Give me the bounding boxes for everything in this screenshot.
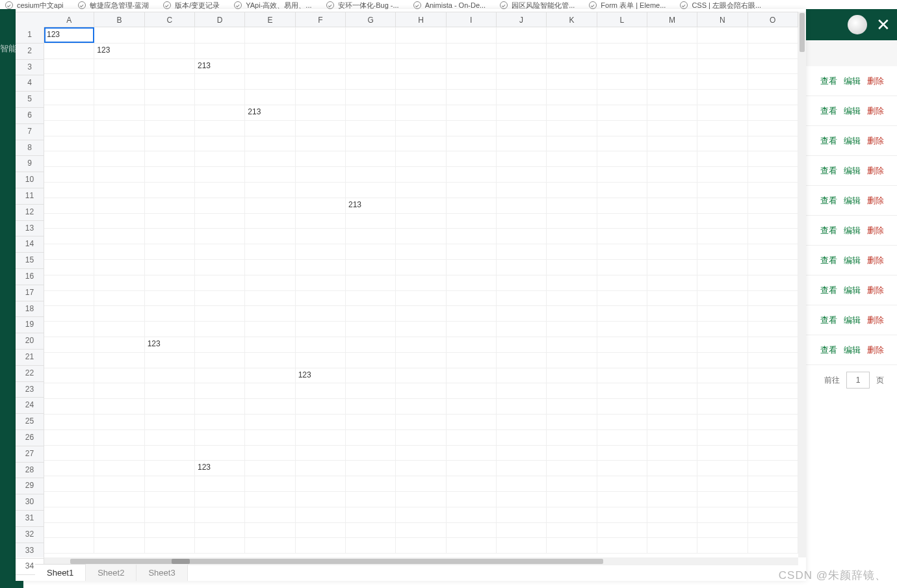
- bookmark-refresh-icon: [78, 1, 86, 9]
- bookmark-refresh-icon: [163, 1, 171, 9]
- bookmark-refresh-icon: [413, 1, 421, 9]
- bookmark-refresh-icon: [326, 1, 334, 9]
- bookmark-refresh-icon: [5, 1, 13, 9]
- bookmark-refresh-icon: [680, 1, 688, 9]
- spreadsheet[interactable]: ABCDEFGHIJKLMNO 123456789101112131415161…: [16, 9, 806, 11]
- bookmark-item[interactable]: Animista - On-De...: [413, 1, 486, 9]
- bookmark-refresh-icon: [589, 1, 597, 9]
- spreadsheet-overlay: ABCDEFGHIJKLMNO 123456789101112131415161…: [16, 9, 806, 11]
- bookmark-refresh-icon: [500, 1, 508, 9]
- bookmark-refresh-icon: [234, 1, 242, 9]
- bookmark-label: Animista - On-De...: [425, 1, 486, 9]
